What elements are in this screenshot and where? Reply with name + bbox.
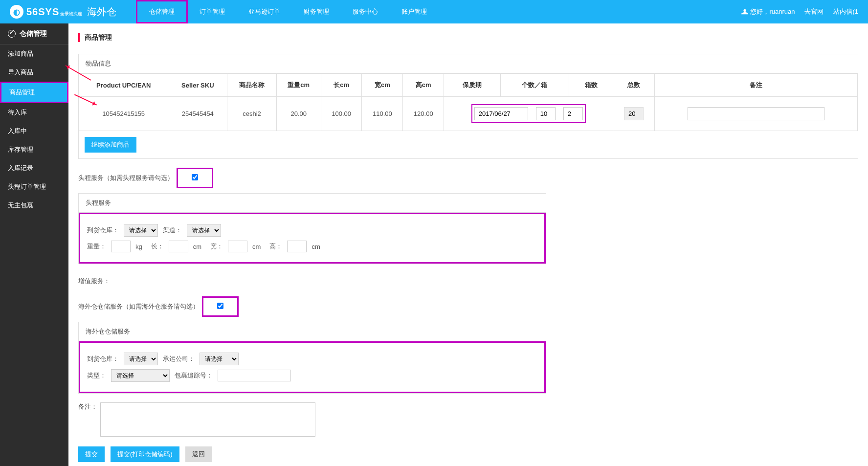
sidebar-header-label: 仓储管理 (20, 29, 47, 38)
th-boxes: 箱数 (569, 74, 613, 97)
cell-name: ceshi2 (227, 97, 277, 131)
user-icon (741, 8, 748, 15)
carrier-select[interactable]: 请选择 (200, 353, 239, 365)
submit-button[interactable]: 提交 (78, 446, 105, 462)
remark-label: 备注： (78, 402, 97, 437)
topnav-amazon[interactable]: 亚马逊订单 (237, 0, 292, 23)
overseas-label: 海外仓仓储服务（如需海外仓服务请勾选） (78, 302, 199, 311)
remark-textarea[interactable] (100, 402, 315, 437)
height-unit: cm (312, 243, 320, 250)
firstleg-label-row: 头程服务（如需头程服务请勾选） (78, 168, 858, 188)
topnav-finance[interactable]: 财务管理 (292, 0, 341, 23)
th-name: 商品名称 (227, 74, 277, 97)
sidebar-firstleg-order[interactable]: 头程订单管理 (0, 178, 68, 196)
sidebar-import-product[interactable]: 导入商品 (0, 63, 68, 82)
th-weight: 重量cm (276, 74, 321, 97)
length-input[interactable] (169, 241, 188, 252)
sidebar-inventory[interactable]: 库存管理 (0, 140, 68, 159)
overseas-label-row: 海外仓仓储服务（如需海外仓服务请勾选） (78, 296, 858, 317)
submit-print-button[interactable]: 提交(打印仓储编码) (111, 446, 179, 462)
sidebar-unclaimed[interactable]: 无主包裹 (0, 196, 68, 215)
overseas-warehouse-label: 到货仓库： (87, 355, 119, 363)
firstleg-checkbox-highlight (177, 168, 213, 188)
warehouse-label: 到货仓库： (87, 226, 119, 235)
cell-upc: 105452415155 (79, 97, 168, 131)
warehouse-select[interactable]: 请选择 (124, 224, 158, 237)
remark-row: 备注： (78, 402, 858, 437)
carrier-label: 承运公司： (163, 355, 195, 363)
value-added-label: 增值服务： (78, 273, 858, 289)
highlight-inputs (471, 104, 586, 123)
boxes-input[interactable] (563, 107, 583, 120)
topnav-warehouse[interactable]: 仓储管理 (136, 0, 188, 23)
cell-width: 110.00 (362, 97, 403, 131)
firstleg-label: 头程服务（如需头程服务请勾选） (78, 174, 174, 182)
perbox-input[interactable] (536, 107, 556, 120)
th-remark: 备注 (654, 74, 857, 97)
overseas-checkbox-highlight (202, 296, 239, 317)
width-input[interactable] (228, 241, 247, 252)
back-button[interactable]: 返回 (185, 446, 212, 462)
topnav-service[interactable]: 服务中心 (341, 0, 390, 23)
logo-icon: ◐ (10, 5, 23, 19)
width-unit: cm (252, 243, 261, 250)
firstleg-panel: 头程服务 到货仓库： 请选择 渠道： 请选择 重量： kg 长： cm 宽： (78, 193, 546, 264)
topnav: 仓储管理 订单管理 亚马逊订单 财务管理 服务中心 账户管理 (136, 0, 439, 23)
sidebar-stocking[interactable]: 入库中 (0, 122, 68, 140)
cell-sku: 254545454 (168, 97, 227, 131)
bottom-buttons: 提交 提交(打印仓储编码) 返回 (78, 446, 858, 462)
sidebar: 仓储管理 添加商品 导入商品 商品管理 待入库 入库中 库存管理 入库记录 头程… (0, 23, 68, 466)
table-row: 105452415155 254545454 ceshi2 20.00 100.… (79, 97, 858, 131)
greeting-text: 您好，ruanruan (750, 7, 795, 16)
th-total: 总数 (613, 74, 654, 97)
th-length: 长cm (321, 74, 362, 97)
overseas-warehouse-select[interactable]: 请选择 (124, 353, 158, 365)
sidebar-pending-stock[interactable]: 待入库 (0, 103, 68, 122)
sidebar-header: 仓储管理 (0, 23, 68, 44)
channel-label: 渠道： (163, 226, 182, 235)
expiry-input[interactable] (474, 107, 528, 120)
messages-link[interactable]: 站内信(1 (833, 7, 858, 16)
logo-sub1: 全景物流连 (60, 12, 82, 16)
sidebar-add-product[interactable]: 添加商品 (0, 44, 68, 63)
th-upc: Product UPC/EAN (79, 74, 168, 97)
topnav-order[interactable]: 订单管理 (188, 0, 237, 23)
add-product-button[interactable]: 继续添加商品 (85, 137, 136, 153)
topbar-right: 您好，ruanruan 去官网 站内信(1 (741, 7, 858, 16)
goods-panel: 物品信息 Product UPC/EAN Seller SKU 商品名称 重量c… (78, 54, 858, 159)
th-height: 高cm (403, 74, 444, 97)
logo[interactable]: ◐ 56SYS 全景物流连 海外仓 (10, 5, 116, 19)
overseas-checkbox[interactable] (217, 303, 223, 309)
cell-weight: 20.00 (276, 97, 321, 131)
channel-select[interactable]: 请选择 (187, 224, 221, 237)
goods-panel-title: 物品信息 (79, 54, 858, 73)
height-label: 高： (269, 242, 282, 251)
official-link[interactable]: 去官网 (804, 7, 823, 16)
type-select[interactable]: 请选择 (111, 369, 170, 382)
th-sku: Seller SKU (168, 74, 227, 97)
user-greeting: 您好，ruanruan (741, 7, 795, 16)
overseas-panel-title: 海外仓仓储服务 (79, 322, 546, 341)
firstleg-body: 到货仓库： 请选择 渠道： 请选择 重量： kg 长： cm 宽： cm 高： (79, 213, 546, 264)
weight-input[interactable] (111, 241, 131, 252)
height-input[interactable] (287, 241, 307, 252)
th-width: 宽cm (362, 74, 403, 97)
type-label: 类型： (87, 371, 106, 380)
sidebar-stock-record[interactable]: 入库记录 (0, 159, 68, 178)
sidebar-product-manage[interactable]: 商品管理 (0, 82, 68, 103)
tracking-input[interactable] (218, 370, 291, 381)
goods-table: Product UPC/EAN Seller SKU 商品名称 重量cm 长cm… (79, 73, 858, 131)
topnav-account[interactable]: 账户管理 (390, 0, 439, 23)
overseas-panel: 海外仓仓储服务 到货仓库： 请选择 承运公司： 请选择 类型： 请选择 包裹追踪… (78, 322, 546, 394)
width-label: 宽： (210, 242, 223, 251)
weight-unit: kg (135, 243, 142, 250)
length-unit: cm (193, 243, 201, 250)
clock-icon (8, 30, 16, 38)
page-title: 商品管理 (78, 33, 858, 42)
firstleg-checkbox[interactable] (192, 174, 198, 180)
cell-height: 120.00 (403, 97, 444, 131)
remark-cell-input[interactable] (688, 107, 824, 120)
overseas-body: 到货仓库： 请选择 承运公司： 请选择 类型： 请选择 包裹追踪号： (79, 341, 546, 393)
content: 商品管理 物品信息 Product UPC/EAN Seller SKU 商品名… (68, 23, 868, 466)
weight-label: 重量： (87, 242, 106, 251)
